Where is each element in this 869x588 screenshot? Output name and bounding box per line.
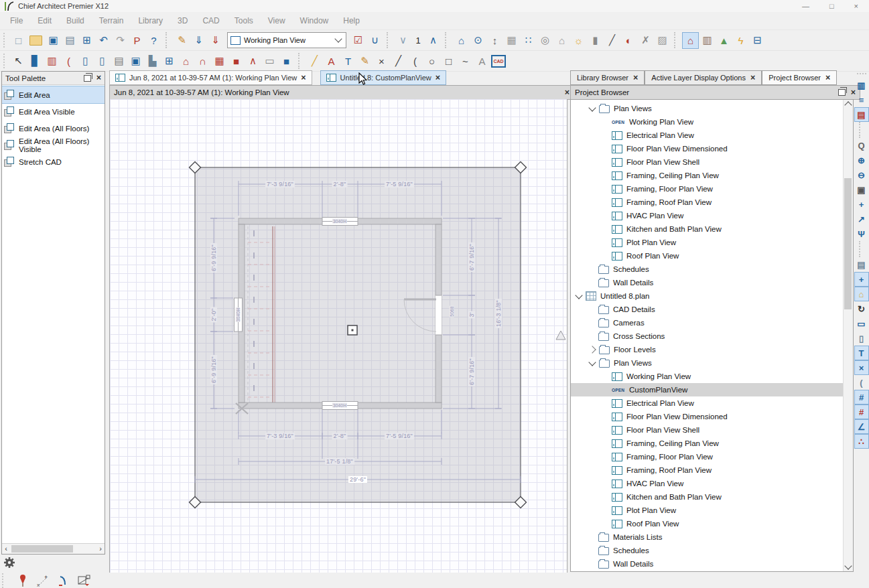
selected-region-zoom-icon[interactable]: ▣: [855, 183, 868, 196]
float-panel-icon[interactable]: [84, 75, 91, 82]
adjust-lights-icon[interactable]: ☼: [571, 33, 586, 48]
palette-item-stretch-cad[interactable]: Stretch CAD: [2, 153, 105, 170]
layer-display-options-icon[interactable]: ≡: [855, 93, 868, 106]
menu-cad[interactable]: CAD: [195, 16, 226, 25]
tree-item-working-plan-view[interactable]: Working Plan View: [571, 370, 844, 383]
save-icon[interactable]: ▣: [46, 33, 61, 48]
fixture-tool-icon[interactable]: ▣: [128, 54, 143, 69]
menu-view[interactable]: View: [261, 16, 293, 25]
plan-database-icon[interactable]: P: [129, 33, 145, 48]
close-tab-icon[interactable]: ×: [301, 74, 306, 82]
color-chooser-icon[interactable]: ◐: [621, 33, 637, 48]
menu-edit[interactable]: Edit: [30, 16, 59, 25]
close-tab-icon[interactable]: ×: [750, 74, 755, 82]
scroll-up-icon[interactable]: [844, 101, 852, 108]
tree-item-framing-roof-plan-view[interactable]: Framing, Roof Plan View: [571, 463, 844, 477]
display-options-house-icon[interactable]: ⌂: [683, 33, 698, 48]
mulled-window-icon[interactable]: ⊞: [161, 54, 177, 69]
palette-item-edit-area[interactable]: Edit Area: [2, 86, 105, 103]
scroll-left-icon[interactable]: ‹: [2, 544, 10, 553]
tree-item-framing-roof-plan-view[interactable]: Framing, Roof Plan View: [571, 196, 844, 209]
chevron-down-icon[interactable]: [588, 104, 596, 111]
plan-check-icon[interactable]: ▯: [855, 332, 868, 345]
hscroll-track[interactable]: [10, 544, 96, 553]
palette-item-edit-area-all-floors-visible[interactable]: Edit Area (All Floors) Visible: [2, 137, 105, 153]
snap-settings-icon[interactable]: ×: [855, 361, 868, 374]
print-preview-icon[interactable]: ⊞: [79, 33, 94, 48]
roof-planes-icon[interactable]: ∧: [245, 54, 261, 69]
tree-item-electrical-plan-view[interactable]: Electrical Plan View: [571, 396, 844, 410]
panel-tab-project-browser[interactable]: Project Browser×: [762, 70, 837, 85]
open-file-icon[interactable]: [29, 35, 42, 46]
tree-item-working-plan-view[interactable]: OPENWorking Plan View: [571, 115, 844, 129]
close-document-icon[interactable]: ×: [565, 88, 570, 97]
cad-box-icon[interactable]: □: [441, 54, 456, 69]
cad-arc-icon[interactable]: (: [407, 54, 423, 69]
delete-objects-icon[interactable]: ✗: [638, 33, 653, 48]
spray-material-icon[interactable]: ▮: [588, 33, 603, 48]
walkthrough-icon[interactable]: ∷: [521, 33, 536, 48]
outline-mode-icon[interactable]: ▭: [855, 317, 868, 330]
tree-item-hvac-plan-view[interactable]: HVAC Plan View: [571, 477, 844, 490]
tree-item-schedules[interactable]: Schedules: [571, 263, 844, 276]
palette-item-edit-area-all-floors[interactable]: Edit Area (All Floors): [2, 120, 105, 137]
fill-window-building-only-icon[interactable]: ↗: [855, 212, 868, 226]
hscroll-thumb[interactable]: [11, 545, 73, 553]
panel-tab-library-browser[interactable]: Library Browser×: [570, 70, 645, 85]
chevron-right-icon[interactable]: [588, 346, 596, 353]
tree-item-plan-views[interactable]: Plan Views: [571, 102, 844, 115]
toolbar-configuration-wrench-icon[interactable]: ∪: [367, 33, 383, 48]
doorway-icon[interactable]: ∩: [195, 54, 210, 69]
vscroll-thumb[interactable]: [844, 178, 852, 309]
tree-item-cad-details[interactable]: CAD Details: [571, 303, 844, 316]
close-button[interactable]: ×: [854, 0, 858, 12]
tree-item-plot-plan-view[interactable]: Plot Plan View: [571, 236, 844, 249]
tree-item-floor-plan-view-shell[interactable]: Floor Plan View Shell: [571, 423, 844, 437]
refresh-display-icon[interactable]: ↻: [855, 302, 868, 315]
tree-item-plot-plan-view[interactable]: Plot Plan View: [571, 504, 844, 517]
curved-wall-icon[interactable]: (: [61, 54, 76, 69]
cad-block-icon[interactable]: A: [474, 54, 490, 69]
fill-window-icon[interactable]: +: [855, 198, 868, 211]
floor-up-icon[interactable]: ∧: [425, 33, 441, 48]
angle-snaps-icon[interactable]: ∠: [855, 420, 868, 433]
object-snaps-icon[interactable]: ∴: [855, 435, 868, 448]
maximize-button[interactable]: □: [829, 0, 834, 12]
cad-line-icon[interactable]: ╱: [391, 54, 406, 69]
door-marker-icon[interactable]: [58, 575, 68, 587]
adjust-camera-icon[interactable]: ▦: [504, 33, 519, 48]
scroll-down-icon[interactable]: [844, 562, 852, 569]
tree-item-cameras[interactable]: Cameras: [571, 316, 844, 329]
hatching-icon[interactable]: ▨: [655, 33, 670, 48]
wall-tools-icon[interactable]: ▊: [27, 54, 43, 69]
menu-library[interactable]: Library: [131, 16, 170, 25]
exterior-door-icon[interactable]: ⌂: [178, 54, 194, 69]
generate-render-icon[interactable]: ϟ: [733, 33, 748, 48]
point-marker-icon[interactable]: +x: [37, 575, 49, 587]
project-layout-panels-icon[interactable]: ⊟: [750, 33, 765, 48]
save-plan-view-icon[interactable]: ⇓: [191, 33, 206, 48]
polygon-edit-icon[interactable]: [77, 575, 91, 586]
library-browser-icon[interactable]: ▥: [855, 78, 868, 92]
edit-saved-plan-view-icon[interactable]: ✎: [174, 33, 190, 48]
menu-help[interactable]: Help: [336, 16, 367, 25]
redo-icon[interactable]: ↷: [113, 33, 128, 48]
print-icon[interactable]: ▤: [62, 33, 78, 48]
close-tab-icon[interactable]: ×: [633, 74, 638, 82]
perspective-overview-icon[interactable]: ⌂: [554, 33, 570, 48]
active-layer-set-icon[interactable]: ☑: [350, 33, 366, 48]
text-styles-icon[interactable]: T: [855, 346, 868, 360]
panel-tab-active-layer-display-options[interactable]: Active Layer Display Options×: [645, 70, 762, 85]
mouse-orbit-camera-icon[interactable]: ↕: [487, 33, 503, 48]
undo-icon[interactable]: ↶: [96, 33, 111, 48]
reference-display-icon[interactable]: +: [855, 273, 868, 286]
cad-spline-icon[interactable]: ~: [458, 54, 473, 69]
arc-creation-modes-icon[interactable]: (: [855, 376, 868, 389]
floor-down-icon[interactable]: ∨: [395, 33, 411, 48]
bumping-pushing-icon[interactable]: #: [855, 405, 868, 419]
door-tool-icon[interactable]: ▯: [94, 54, 110, 69]
tree-item-cross-sections[interactable]: Cross Sections: [571, 329, 844, 343]
full-overview-icon[interactable]: ⌂: [454, 33, 469, 48]
menu-3d[interactable]: 3D: [170, 16, 195, 25]
plan-view-dropdown[interactable]: Working Plan View: [227, 32, 346, 48]
